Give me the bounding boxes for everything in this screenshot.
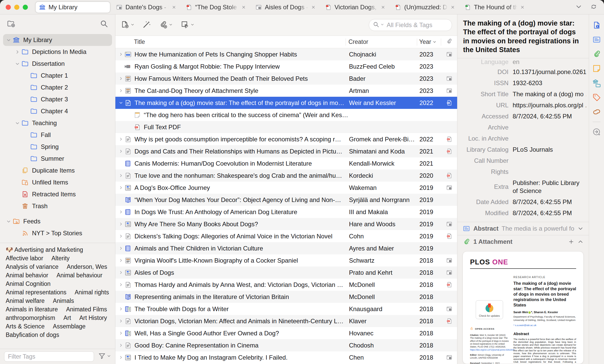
chevron-right-icon[interactable] [118,222,124,226]
item-row[interactable]: The Trouble with Dogs for a WriterKnausg… [115,303,457,315]
sidebar-item-chapter-2[interactable]: Chapter 2 [3,82,112,93]
field-value[interactable]: 8/7/2024, 6:42:55 PM [513,113,586,120]
tag[interactable]: Assemblage [53,323,86,330]
chevron-right-icon[interactable] [118,88,124,93]
close-icon[interactable] [450,5,455,10]
chevron-right-icon[interactable] [118,52,124,56]
chevron-right-icon[interactable] [118,307,124,311]
tab-list-chevron-icon[interactable] [575,3,582,11]
add-attachment-plus-icon[interactable] [568,239,574,245]
sidebar-item-duplicate-items[interactable]: Duplicate Items [3,165,112,176]
close-icon[interactable] [380,5,386,10]
field-value[interactable]: en [513,59,586,66]
tag[interactable]: Affective labor [6,255,43,262]
tag[interactable]: Animated Films [66,306,107,313]
attachment-row[interactable]: PDFFull Text PDF [115,121,457,133]
chevron-right-icon[interactable] [118,355,124,360]
column-header-creator[interactable]: Creator [346,38,417,45]
item-row[interactable]: Why is pet goods consumption imperceptib… [115,133,457,145]
attachments-section-header[interactable]: 1 Attachment [457,235,589,248]
new-collection-icon[interactable] [7,19,15,29]
item-row[interactable]: I Tried to Make My Dog an Instagram Cele… [115,351,457,363]
chevron-right-icon[interactable] [118,76,124,81]
sidebar-item-trash[interactable]: Trash [3,200,112,212]
tag[interactable]: Animal welfare [6,297,45,304]
item-row[interactable]: Victorian Dogs, Victorian Men: Affect an… [115,315,457,327]
new-note-button[interactable] [180,20,194,30]
search-box[interactable] [369,19,452,31]
sidebar-item-fall[interactable]: Fall [3,129,112,141]
field-value[interactable]: 8/7/2024, 6:42:55 PM [513,209,586,217]
sidebar-item-spring[interactable]: Spring [3,141,112,153]
sidebar-item-dissertation[interactable]: Dissertation [3,58,112,70]
chevron-right-icon[interactable] [118,185,124,190]
chevron-right-icon[interactable] [118,319,124,323]
item-row[interactable]: Canis Modernis: Human/Dog Coevolution in… [115,157,457,169]
tag[interactable]: Babyfication of dogs [6,331,59,338]
sidebar-item-nyt-top-stories[interactable]: NYT > Top Stories [3,227,112,239]
chevron-down-icon[interactable] [577,225,584,232]
info-pane-icon[interactable] [592,21,601,30]
item-row[interactable]: How the Humanization of Pets Is Changing… [115,48,457,60]
item-row[interactable]: How Famous Writers Mourned the Death of … [115,72,457,85]
sidebar-item-depictions-in-media[interactable]: Depictions In Media [3,46,112,58]
tag[interactable]: Animal Cognition [6,280,51,287]
chevron-right-icon[interactable] [118,331,124,335]
sidebar-item-chapter-1[interactable]: Chapter 1 [3,70,112,82]
tag[interactable]: 🐶 Advertising and Marketing [6,246,83,253]
item-row[interactable]: Dickens's Talking Dogs: Allegories of An… [115,230,457,242]
chevron-up-icon[interactable] [577,239,584,245]
attachment-row[interactable]: “The dog hero has been critical to the s… [115,109,457,121]
sidebar-item-unfiled-items[interactable]: Unfiled Items [3,176,112,188]
item-row[interactable]: Virginia Woolf's Little-Known Biography … [115,254,457,266]
sidebar-item-retracted-items[interactable]: Retracted Items [3,188,112,200]
chevron-right-icon[interactable] [118,234,124,238]
chevron-down-icon[interactable] [5,38,12,43]
sidebar-item-teaching[interactable]: Teaching [3,117,112,129]
item-row[interactable]: Animals and Their Children in Victorian … [115,242,457,254]
chevron-right-icon[interactable] [13,50,21,54]
zoom-window-button[interactable] [23,5,28,10]
item-row[interactable]: The making of a (dog) movie star: The ef… [115,97,457,109]
sync-icon[interactable] [590,3,597,11]
collections-search-icon[interactable] [100,19,108,29]
item-row[interactable]: Ryan Gosling & Margot Robbie: The Puppy … [115,60,457,72]
attachments-pane-icon[interactable] [592,50,601,59]
chevron-right-icon[interactable] [118,343,124,347]
tab-3[interactable]: Aisles of Dogs - Pra [252,2,319,13]
close-icon[interactable] [311,5,316,10]
chevron-right-icon[interactable] [118,258,124,263]
related-pane-icon[interactable] [592,107,601,116]
chevron-down-icon[interactable] [13,61,21,66]
tag[interactable]: Alterity [51,255,69,262]
tag[interactable]: Anderson, Wes [67,263,107,270]
field-value[interactable]: 10.1371/journal.pone.0261 … [513,68,586,76]
chevron-right-icon[interactable] [118,173,124,178]
tag[interactable]: anthropomorphism [6,314,55,321]
column-header-title[interactable]: Title [115,38,346,45]
tag[interactable]: Animal behavior [6,272,48,279]
field-value[interactable]: PLoS Journals [513,146,586,153]
chevron-right-icon[interactable] [118,246,124,250]
chevron-right-icon[interactable] [118,270,124,275]
libraries-collections-pane-icon[interactable] [592,78,601,87]
tab-5[interactable]: (Un)muzzled: Dogs i [391,2,458,13]
field-value[interactable]: 1932-6203 [513,79,586,87]
new-item-button[interactable] [121,20,134,30]
close-icon[interactable] [171,5,177,10]
tag[interactable]: Animals [53,297,74,304]
attachment-preview-card[interactable]: PLOS ONE Check for updates OPEN ACCESS C… [463,251,584,364]
filter-tags-input[interactable] [4,351,94,362]
tag[interactable]: Animals in literature [6,306,58,313]
search-input[interactable] [385,21,448,29]
tab-6[interactable]: The Hound of the Ba [461,2,528,13]
sidebar-item-feeds[interactable]: Feeds [3,215,112,227]
chevron-down-icon[interactable] [5,219,12,224]
minimize-window-button[interactable] [14,5,19,10]
chevron-down-icon[interactable] [13,121,21,126]
tag-filter-options[interactable] [98,352,111,361]
tag[interactable]: Animal behaviour [57,272,102,279]
item-row[interactable]: Aisles of DogsPrato and Kehrt2018 [115,266,457,279]
field-value[interactable]: https://journals.plos.org/pl … [513,102,586,109]
tag[interactable]: Art History [79,314,107,321]
